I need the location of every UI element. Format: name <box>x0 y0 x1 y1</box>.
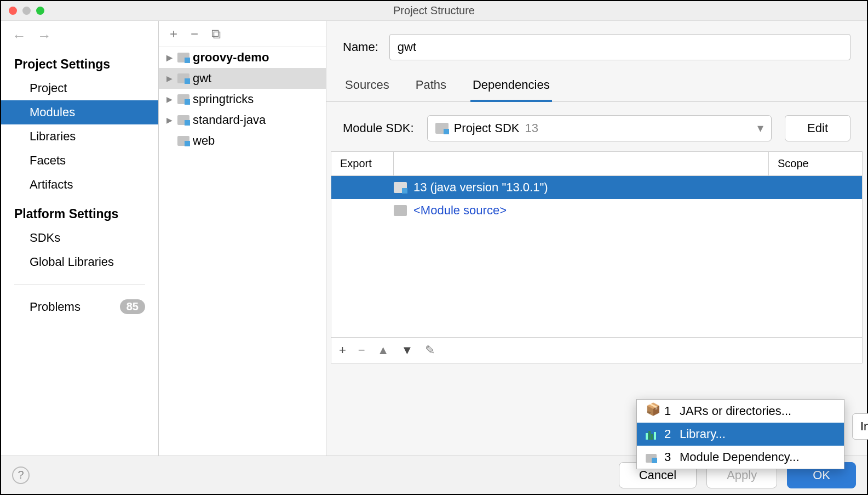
window-title: Project Structure <box>1 4 867 17</box>
tree-item-standard-java[interactable]: ▶ standard-java <box>159 110 326 130</box>
folder-icon <box>177 53 189 62</box>
move-down-icon[interactable]: ▼ <box>401 343 413 357</box>
tab-sources[interactable]: Sources <box>343 73 392 101</box>
add-module-icon[interactable]: + <box>170 26 177 42</box>
svg-rect-0 <box>646 433 648 440</box>
name-label: Name: <box>343 40 378 54</box>
main-panel: Name: Sources Paths Dependencies Module … <box>326 21 867 456</box>
chevron-right-icon: ▶ <box>166 74 174 83</box>
col-scope[interactable]: Scope <box>769 152 862 175</box>
edit-sdk-button[interactable]: Edit <box>785 115 850 141</box>
nav-forward-icon[interactable]: → <box>37 29 51 43</box>
svg-rect-3 <box>654 432 656 440</box>
folder-icon <box>394 205 407 216</box>
section-platform-settings: Platform Settings <box>1 197 158 226</box>
titlebar: Project Structure <box>1 1 867 21</box>
module-icon <box>646 452 658 463</box>
col-name <box>394 152 769 175</box>
sidebar-item-sdks[interactable]: SDKs <box>1 226 158 250</box>
storage-format-select[interactable]: IntelliJ IDEA (.iml) ▾ <box>852 413 868 440</box>
svg-rect-1 <box>648 431 651 440</box>
tree-item-groovy-demo[interactable]: ▶ groovy-demo <box>159 47 326 68</box>
folder-icon <box>177 115 189 125</box>
chevron-right-icon: ▶ <box>166 95 174 104</box>
help-button[interactable]: ? <box>12 466 30 484</box>
sidebar-item-problems[interactable]: Problems 85 <box>1 294 158 319</box>
svg-rect-2 <box>651 434 653 440</box>
edit-dependency-icon[interactable]: ✎ <box>425 343 435 357</box>
add-dependency-icon[interactable]: + <box>339 343 346 357</box>
col-export[interactable]: Export <box>331 152 394 175</box>
module-sdk-select[interactable]: Project SDK 13 ▾ <box>427 115 772 141</box>
add-dependency-popup: 📦 1 JARs or directories... 2 Library... … <box>636 399 844 469</box>
chevron-right-icon: ▶ <box>166 116 174 124</box>
remove-dependency-icon[interactable]: − <box>358 343 365 357</box>
archive-icon: 📦 <box>646 406 658 417</box>
dependency-row-module-source[interactable]: <Module source> <box>331 199 862 222</box>
module-sdk-label: Module SDK: <box>343 121 414 135</box>
folder-icon <box>177 94 189 104</box>
sidebar-divider <box>14 284 145 285</box>
library-icon <box>646 429 658 440</box>
chevron-right-icon: ▶ <box>166 53 174 62</box>
sidebar-item-libraries[interactable]: Libraries <box>1 124 158 149</box>
module-tree: + − ⧉ ▶ groovy-demo ▶ gwt ▶ springtricks… <box>159 21 326 456</box>
folder-icon <box>177 136 189 146</box>
popup-item-library[interactable]: 2 Library... <box>637 423 844 446</box>
dependency-row-sdk[interactable]: 13 (java version "13.0.1") <box>331 176 862 199</box>
sidebar-item-global-libraries[interactable]: Global Libraries <box>1 250 158 274</box>
problems-label: Problems <box>30 300 81 314</box>
sidebar-item-modules[interactable]: Modules <box>1 100 158 124</box>
section-project-settings: Project Settings <box>1 47 158 76</box>
dependencies-table: Export Scope 13 (java version "13.0.1") … <box>331 151 863 338</box>
tab-dependencies[interactable]: Dependencies <box>470 73 552 102</box>
nav-back-icon[interactable]: ← <box>12 29 26 43</box>
sidebar-item-project[interactable]: Project <box>1 76 158 100</box>
sdk-icon <box>435 123 449 134</box>
folder-icon <box>177 73 189 83</box>
tree-item-gwt[interactable]: ▶ gwt <box>159 68 326 89</box>
module-name-input[interactable] <box>389 34 850 60</box>
sidebar: ← → Project Settings Project Modules Lib… <box>1 21 159 456</box>
sdk-folder-icon <box>394 182 407 193</box>
sidebar-item-artifacts[interactable]: Artifacts <box>1 173 158 197</box>
popup-item-module-dependency[interactable]: 3 Module Dependency... <box>637 446 844 469</box>
popup-item-jars[interactable]: 📦 1 JARs or directories... <box>637 400 844 423</box>
copy-module-icon[interactable]: ⧉ <box>211 26 221 42</box>
remove-module-icon[interactable]: − <box>191 26 198 42</box>
move-up-icon[interactable]: ▲ <box>377 343 389 357</box>
tree-item-web[interactable]: ▶ web <box>159 130 326 151</box>
chevron-down-icon: ▾ <box>757 121 763 135</box>
tab-paths[interactable]: Paths <box>413 73 449 101</box>
problems-count-badge: 85 <box>120 299 145 314</box>
sidebar-item-facets[interactable]: Facets <box>1 149 158 173</box>
tree-item-springtricks[interactable]: ▶ springtricks <box>159 89 326 110</box>
